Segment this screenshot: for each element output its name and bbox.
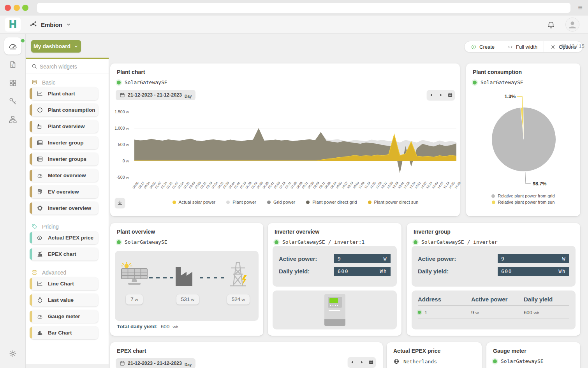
chart-nav (427, 90, 455, 100)
device-row: SolarGatewaySE (117, 79, 167, 85)
rail-item-topology[interactable] (9, 115, 17, 124)
item-label: Meter overview (48, 173, 86, 178)
flow-dash-line (149, 277, 173, 278)
sidebar-item-last-value[interactable]: Last value (30, 294, 98, 306)
next-period-button[interactable] (357, 357, 366, 367)
item-accent (30, 232, 32, 243)
maximize-window-button[interactable] (22, 5, 28, 11)
device-row: SolarGatewaySE / inverter (414, 239, 498, 245)
browser-chrome: ≡ (0, 0, 588, 16)
minimize-window-button[interactable] (14, 5, 20, 11)
pie-legend-item-grid[interactable]: Relative plant power from grid (491, 194, 555, 198)
rail-item-keys[interactable] (9, 97, 17, 106)
rail-item-widgets[interactable] (9, 79, 17, 87)
widget-title: EPEX chart (117, 348, 146, 354)
rail-item-dashboard[interactable] (4, 37, 21, 55)
legend-item-plant-power-direct-grid[interactable]: Plant power direct grid (306, 200, 357, 204)
item-accent (30, 88, 32, 99)
x-axis-labels: 00:0000:1700:3400:5001:0701:2401:4101:57… (134, 179, 456, 194)
row-label: Daily yield: (279, 268, 334, 275)
prev-period-button[interactable] (348, 357, 357, 367)
sidebar-item-plant-chart[interactable]: Plant chart (30, 87, 98, 100)
search-input[interactable] (39, 62, 103, 72)
y-axis-labels: 1.500 W1.000 W500 W0 W-500 W (111, 112, 131, 177)
legend-item-plant-power-direct-sun[interactable]: Plant power direct sun (368, 200, 419, 204)
item-accent (30, 153, 32, 165)
plant-power-value: 531 W (176, 294, 199, 305)
create-label: Create (479, 44, 495, 50)
widget-title: Inverter group (414, 229, 451, 235)
value: 9 (471, 310, 474, 315)
total-unit: Wh (173, 325, 178, 329)
pie-legend: Relative plant power from gridRelative p… (466, 194, 580, 204)
app-logo[interactable]: H (5, 18, 21, 32)
chart-legend: Actual solar powerPlant powerGrid powerP… (134, 200, 456, 204)
plant-chart-plot (134, 112, 456, 177)
notifications-bell-icon[interactable] (547, 21, 555, 29)
sidebar-item-plant-consumption[interactable]: Plant consumption (30, 104, 98, 116)
sidebar-item-inverter-group[interactable]: Inverter group (30, 136, 98, 149)
download-chart-button[interactable] (115, 198, 125, 208)
pie-label-sun: 1.3% (505, 94, 516, 99)
item-label: Plant overview (48, 123, 85, 129)
calendar-button[interactable] (366, 357, 376, 367)
item-label: EV overview (48, 189, 79, 195)
calendar-button[interactable] (445, 90, 455, 100)
close-window-button[interactable] (5, 5, 11, 11)
sidebar-item-line-chart[interactable]: Line Chart (30, 277, 98, 290)
actual-epex-price-widget: Actual EPEX price Netherlands (387, 342, 482, 368)
next-period-button[interactable] (436, 90, 445, 100)
coins-euro-icon: € (37, 234, 43, 241)
pie-legend-item-sun[interactable]: Relative plant power from sun (492, 200, 555, 204)
line-chart-icon (37, 90, 43, 97)
sidebar-item-inverter-groups[interactable]: Inverter groups (30, 153, 98, 166)
url-bar[interactable] (37, 3, 570, 13)
value: 531 (181, 296, 190, 302)
sidebar-item-bar-chart[interactable]: Bar Chart (30, 326, 98, 339)
item-accent (30, 137, 32, 148)
legend-dot (368, 201, 371, 204)
sidebar-item-ev-overview[interactable]: EV overview (30, 185, 98, 198)
table-list-icon (37, 139, 43, 146)
item-label: Inverter groups (48, 156, 86, 162)
value: 600 (501, 268, 512, 274)
date-range-picker[interactable]: 21-12-2023 - 21-12-2023 Day (116, 358, 195, 368)
section-header-pricing: Pricing (31, 223, 59, 230)
inverter-group-widget: Inverter group SolarGatewaySE / inverter… (407, 223, 580, 336)
dashboard-selector-button[interactable]: My dashboard (31, 40, 81, 53)
ev-charger-icon (37, 188, 43, 195)
legend-item-actual-solar-power[interactable]: Actual solar power (173, 200, 216, 204)
sidebar-item-inverter-overview[interactable]: Inverter overview (30, 202, 98, 215)
legend-label: Grid power (273, 200, 295, 204)
globe-icon (393, 358, 400, 364)
table-header-active-power: Active power (471, 296, 524, 303)
period-label: Day (185, 94, 192, 100)
create-button[interactable]: Create (465, 41, 501, 52)
unit: Wh (558, 268, 566, 274)
device-name: SolarGatewaySE (481, 79, 523, 85)
legend-item-plant-power[interactable]: Plant power (226, 200, 256, 204)
legend-label: Relative plant power from grid (498, 194, 555, 198)
status-dot (117, 240, 121, 244)
full-width-button[interactable]: Full width (501, 41, 544, 52)
sidebar-item-gauge-meter[interactable]: Gauge meter (30, 310, 98, 323)
total-daily-yield-row: Total daily yield: 600 Wh (117, 324, 178, 329)
rail-item-billing[interactable]: € (9, 60, 17, 69)
sidebar-item-epex-chart[interactable]: EPEX chart (30, 248, 98, 261)
sidebar-item-meter-overview[interactable]: Meter overview (30, 169, 98, 182)
organization-selector[interactable]: Embion (30, 16, 71, 33)
prev-period-button[interactable] (427, 90, 436, 100)
legend-item-grid-power[interactable]: Grid power (267, 200, 295, 204)
avatar[interactable] (565, 18, 579, 32)
rail-item-settings[interactable] (9, 349, 17, 358)
row-value-box: 600Wh (334, 267, 391, 276)
table-row: 1 9 W 600 Wh (418, 308, 569, 317)
plant-consumption-widget: Plant consumption SolarGatewaySE 1.3%98.… (466, 63, 580, 216)
sidebar-item-actual-epex-price[interactable]: €Actual EPEX price (30, 231, 98, 244)
device-name: SolarGatewaySE (125, 79, 167, 85)
item-label: Inverter group (48, 140, 84, 146)
browser-menu-icon[interactable]: ≡ (578, 3, 583, 12)
date-range-picker[interactable]: 21-12-2023 - 21-12-2023 Day (116, 90, 195, 100)
sidebar-item-plant-overview[interactable]: Plant overview (30, 120, 98, 133)
item-accent (30, 311, 32, 322)
